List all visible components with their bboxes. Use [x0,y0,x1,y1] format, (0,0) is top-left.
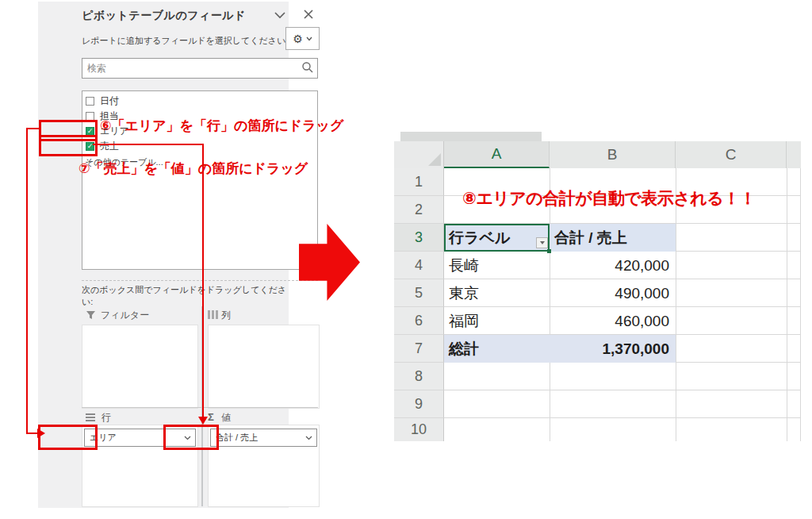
autofilter-button[interactable] [536,237,548,248]
row-header-4[interactable]: 4 [394,252,444,279]
field-label: 売上 [100,140,119,153]
values-field-pill[interactable]: 合計 / 売上 [210,429,317,447]
collapse-chevron-icon[interactable] [273,10,287,21]
drag-path-area [26,432,38,434]
pill-label: 合計 / 売上 [211,432,305,444]
section-divider [82,280,318,281]
search-icon [301,61,317,75]
chevron-down-icon [306,37,312,41]
arrowhead-down-icon [198,417,208,425]
row-header-2[interactable]: 2 [394,196,444,224]
pane-title: ピボットテーブルのフィールド [82,9,246,23]
checkbox-unchecked-icon[interactable] [86,97,94,106]
chevron-down-icon[interactable] [305,436,316,440]
cell-b3-sum-of-sales[interactable]: 合計 / 売上 [550,224,676,252]
column-header-partial[interactable] [787,141,801,168]
filter-dropdown-icon [540,241,545,244]
row-header-7[interactable]: 7 [394,335,444,363]
filters-area-label: フィルター [101,309,149,322]
sigma-icon: Σ [208,412,214,422]
drag-path-sales [202,144,204,417]
row-header-5[interactable]: 5 [394,279,444,307]
select-all-corner[interactable] [394,141,444,168]
sheet-top-strip [400,132,542,141]
column-header-c[interactable]: C [676,141,787,168]
field-item-date[interactable]: 日付 [86,94,119,108]
drag-path-area [26,128,28,434]
zones-divider [82,407,318,408]
row-header-9[interactable]: 9 [394,390,444,418]
row-header-1[interactable]: 1 [394,168,444,196]
pane-subtitle: レポートに追加するフィールドを選択してください: [82,35,288,47]
cell-b6[interactable]: 460,000 [550,307,676,335]
filters-drop-zone[interactable] [82,325,198,409]
row-header-3[interactable]: 3 [394,224,444,252]
annotation-step6: ⑥「エリア」を「行」の箇所にドラッグ [100,117,343,135]
highlight-box-rows-pill [38,425,98,450]
rows-area-label: 行 [102,411,111,425]
row-header-8[interactable]: 8 [394,363,444,390]
cell-a3-row-labels[interactable]: 行ラベル [444,224,550,252]
drag-instruction: 次のボックス間でフィールドをドラッグしてください: [82,284,289,308]
columns-drop-zone[interactable] [208,325,320,409]
columns-icon [208,310,218,319]
drag-path-area [26,128,40,129]
row-header-6[interactable]: 6 [394,307,444,335]
drag-path-sales [93,144,203,145]
tools-button[interactable]: ⚙ [285,27,320,50]
corner-triangle-icon [428,153,441,166]
row-header-10[interactable]: 10 [394,418,444,441]
gridline [800,168,801,441]
column-header-a[interactable]: A [444,141,550,168]
cell-a6[interactable]: 福岡 [444,307,550,335]
cell-b5[interactable]: 490,000 [550,279,676,307]
search-box [82,58,318,79]
filter-funnel-icon [86,310,96,320]
spreadsheet: A B C 1 2 3 4 5 6 7 8 9 10 行ラベル 合計 / 売上 … [394,132,801,441]
cell-a4[interactable]: 長崎 [444,252,550,279]
cell-a5[interactable]: 東京 [444,279,550,307]
cell-b4[interactable]: 420,000 [550,252,676,279]
annotation-step7: ⑦「売上」を「値」の箇所にドラッグ [79,160,308,178]
highlight-box-sales-field [39,135,98,156]
arrowhead-right-icon [37,429,45,438]
cell-b7-grand-total-value[interactable]: 1,370,000 [550,335,676,363]
column-header-b[interactable]: B [550,141,676,168]
field-label: 日付 [100,94,119,108]
gear-icon: ⚙ [293,33,303,44]
cell-a7-grand-total[interactable]: 総計 [444,335,550,363]
page: ピボットテーブルのフィールド レポートに追加するフィールドを選択してください: … [0,0,812,519]
search-input[interactable] [82,63,301,74]
fill-handle[interactable] [547,249,551,253]
close-icon[interactable] [301,8,316,21]
columns-area-label: 列 [221,309,231,322]
rows-icon [86,413,95,421]
highlight-box-values-pill [163,425,219,450]
gridline [787,168,787,441]
values-area-label: 値 [221,411,231,425]
annotation-step8: ⑧エリアの合計が自動で表示される！！ [462,187,756,210]
